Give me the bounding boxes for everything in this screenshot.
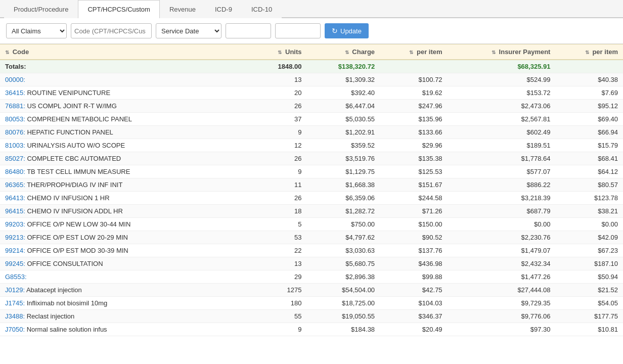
code-link[interactable]: 96365:	[5, 181, 25, 189]
table-row: 96413: CHEMO IV INFUSION 1 HR 26 $6,359.…	[0, 192, 623, 205]
table-row: J7050: Normal saline solution infus 9 $1…	[0, 323, 623, 336]
col-header-ins-per-item[interactable]: ⇅ per item	[555, 44, 623, 60]
sort-icon-insurer-payment: ⇅	[492, 50, 496, 55]
tab-icd10[interactable]: ICD-10	[242, 0, 282, 18]
cell-units: 20	[253, 86, 306, 100]
cell-ins-payment: $1,477.26	[448, 270, 556, 284]
cell-charge: $184.38	[307, 323, 380, 336]
cell-charge: $18,725.00	[307, 297, 380, 310]
cell-per-item: $436.98	[380, 257, 447, 270]
cell-units: 53	[253, 231, 306, 244]
table-row: 99245: OFFICE CONSULTATION 13 $5,680.75 …	[0, 257, 623, 270]
code-link[interactable]: 99203:	[5, 220, 25, 228]
cell-code: 99213: OFFICE O/P EST LOW 20-29 MIN	[0, 231, 253, 244]
code-link[interactable]: J1745:	[5, 299, 25, 307]
cell-charge: $392.40	[307, 86, 380, 100]
cell-per-item: $42.75	[380, 284, 447, 297]
table-row: G8553: 29 $2,896.38 $99.88 $1,477.26 $50…	[0, 270, 623, 284]
cell-code: J0129: Abatacept injection	[0, 284, 253, 297]
refresh-icon: ↻	[332, 27, 338, 35]
cell-code: 81003: URINALYSIS AUTO W/O SCOPE	[0, 139, 253, 152]
claims-select[interactable]: All Claims Open Claims Closed Claims	[6, 23, 67, 38]
cell-code: 96413: CHEMO IV INFUSION 1 HR	[0, 192, 253, 205]
code-link[interactable]: 81003:	[5, 142, 25, 149]
cell-ins-payment: $9,776.06	[448, 310, 556, 323]
table-row: 99213: OFFICE O/P EST LOW 20-29 MIN 53 $…	[0, 231, 623, 244]
cell-charge: $19,050.55	[307, 310, 380, 323]
code-link[interactable]: J7050:	[5, 326, 25, 333]
code-link[interactable]: G8553:	[5, 273, 27, 281]
code-link[interactable]: J3488:	[5, 312, 25, 320]
code-link[interactable]: 96413:	[5, 194, 25, 202]
code-link[interactable]: 99214:	[5, 247, 25, 254]
date-from-input[interactable]	[226, 23, 271, 38]
col-label-charge-per-item: per item	[417, 48, 442, 56]
code-link[interactable]: 80076:	[5, 128, 25, 136]
sort-icon-units: ⇅	[278, 50, 282, 55]
code-input[interactable]	[71, 23, 152, 38]
date-type-select[interactable]: Service Date Entry Date Post Date	[156, 23, 221, 38]
code-link[interactable]: 85027:	[5, 155, 25, 162]
cell-ins-per-item: $80.57	[555, 178, 623, 192]
cell-ins-payment: $577.07	[448, 165, 556, 178]
table-row: 96415: CHEMO IV INFUSION ADDL HR 18 $1,2…	[0, 205, 623, 218]
cell-per-item: $100.72	[380, 73, 447, 86]
cell-ins-payment: $687.79	[448, 205, 556, 218]
table-row: 99203: OFFICE O/P NEW LOW 30-44 MIN 5 $7…	[0, 218, 623, 231]
cell-ins-per-item: $0.00	[555, 218, 623, 231]
cell-ins-per-item: $69.40	[555, 113, 623, 126]
cell-per-item: $346.37	[380, 310, 447, 323]
cell-charge: $6,447.04	[307, 100, 380, 113]
cell-code: 99245: OFFICE CONSULTATION	[0, 257, 253, 270]
table-row: 00000: 13 $1,309.32 $100.72 $524.99 $40.…	[0, 73, 623, 86]
col-label-units: Units	[285, 48, 302, 56]
table-row: 86480: TB TEST CELL IMMUN MEASURE 9 $1,1…	[0, 165, 623, 178]
cell-ins-payment: $189.51	[448, 139, 556, 152]
cell-units: 11	[253, 178, 306, 192]
tab-product-procedure[interactable]: Product/Procedure	[4, 0, 78, 18]
sort-icon-code: ⇅	[5, 50, 9, 55]
cell-per-item: $135.96	[380, 113, 447, 126]
code-link[interactable]: 76881:	[5, 102, 25, 110]
tab-revenue[interactable]: Revenue	[160, 0, 205, 18]
cell-ins-per-item: $54.05	[555, 297, 623, 310]
code-link[interactable]: 36415:	[5, 89, 25, 97]
cell-units: 180	[253, 297, 306, 310]
tabs-bar: Product/Procedure CPT/HCPCS/Custom Reven…	[0, 0, 623, 18]
cell-units: 26	[253, 100, 306, 113]
col-header-charge-per-item[interactable]: ⇅ per item	[380, 44, 447, 60]
cell-units: 5	[253, 218, 306, 231]
cell-ins-per-item: $7.69	[555, 86, 623, 100]
cell-charge: $5,030.55	[307, 113, 380, 126]
cell-units: 29	[253, 270, 306, 284]
code-link[interactable]: 99213:	[5, 234, 25, 241]
code-link[interactable]: 99245:	[5, 260, 25, 267]
tab-cpt-hcpcs-custom[interactable]: CPT/HCPCS/Custom	[78, 0, 160, 18]
cell-ins-per-item: $50.94	[555, 270, 623, 284]
cell-ins-per-item: $10.81	[555, 323, 623, 336]
cell-ins-per-item: $15.79	[555, 139, 623, 152]
col-header-units[interactable]: ⇅ Units	[253, 44, 306, 60]
cell-code: 96365: THER/PROPH/DIAG IV INF INIT	[0, 178, 253, 192]
cell-charge: $2,896.38	[307, 270, 380, 284]
code-link[interactable]: J0129:	[5, 286, 25, 294]
cell-units: 37	[253, 113, 306, 126]
code-link[interactable]: 00000:	[5, 76, 25, 83]
code-link[interactable]: 86480:	[5, 168, 25, 175]
totals-units: 1848.00	[253, 60, 306, 73]
tab-icd9[interactable]: ICD-9	[205, 0, 242, 18]
table-wrap: ⇅ Code ⇅ Units ⇅ Charge ⇅ per item ⇅ I	[0, 44, 623, 336]
col-header-charge[interactable]: ⇅ Charge	[307, 44, 380, 60]
cell-code: 85027: COMPLETE CBC AUTOMATED	[0, 152, 253, 165]
code-link[interactable]: 96415:	[5, 207, 25, 215]
cell-charge: $750.00	[307, 218, 380, 231]
col-header-code[interactable]: ⇅ Code	[0, 44, 253, 60]
cell-per-item: $90.52	[380, 231, 447, 244]
cell-per-item: $99.88	[380, 270, 447, 284]
cell-code: 76881: US COMPL JOINT R-T W/IMG	[0, 100, 253, 113]
date-to-input[interactable]	[275, 23, 321, 38]
update-button[interactable]: ↻ Update	[325, 23, 369, 38]
col-header-insurer-payment[interactable]: ⇅ Insurer Payment	[448, 44, 556, 60]
cell-units: 1275	[253, 284, 306, 297]
code-link[interactable]: 80053:	[5, 115, 25, 123]
